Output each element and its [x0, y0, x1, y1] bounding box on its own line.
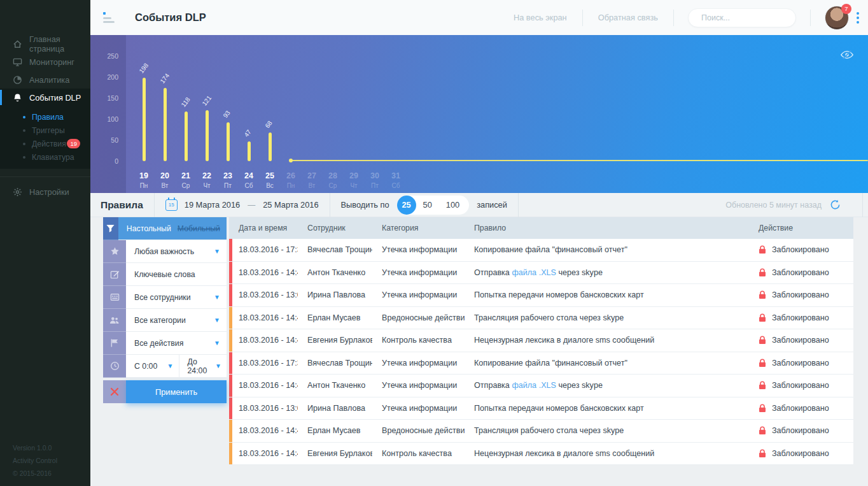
- sidebar-subitem-actions[interactable]: Действия 19: [0, 137, 90, 150]
- page-size-option-100[interactable]: 100: [439, 200, 466, 210]
- badge-grid-icon[interactable]: [103, 286, 126, 309]
- keywords-input[interactable]: Ключевые слова: [126, 263, 227, 286]
- sidebar-item-monitoring[interactable]: Мониторинг: [0, 53, 90, 71]
- refresh-icon[interactable]: [829, 199, 841, 211]
- edit-icon[interactable]: [103, 263, 126, 286]
- rule-cell: Попытка передачи номеров бансковских кар…: [465, 290, 749, 299]
- x-axis-weekday-label: Пт: [217, 182, 239, 189]
- table-row[interactable]: 18.03.2016 - 14:42Ерлан МусаевВредоносны…: [229, 307, 853, 330]
- star-icon[interactable]: [103, 240, 126, 263]
- column-header-datetime: Дата и время: [229, 224, 298, 232]
- apply-button[interactable]: Применить: [126, 380, 227, 403]
- list-title: Правила: [101, 199, 143, 211]
- sidebar-subitem-triggers[interactable]: Триггеры: [0, 124, 90, 137]
- date-to[interactable]: 25 Марта 2016: [263, 200, 318, 210]
- actions-count-badge: 19: [67, 139, 80, 148]
- severity-stripe: [229, 262, 232, 284]
- sidebar-item-settings[interactable]: Настройки: [0, 182, 90, 201]
- people-icon[interactable]: [103, 309, 126, 332]
- funnel-icon[interactable]: [103, 217, 118, 240]
- sidebar-subitem-keyboard[interactable]: Клавиатура: [0, 150, 90, 164]
- table-row[interactable]: 18.03.2016 - 13:03Ирина ПавловаУтечка ин…: [229, 284, 853, 307]
- time-range: С 0:00 ▼ До 24:00 ▼: [126, 355, 227, 378]
- filter-actions-row: Все действия ▼: [103, 332, 227, 355]
- x-axis-weekday-label: Ср: [322, 182, 344, 189]
- datetime-cell: 18.03.2016 - 14:42: [229, 381, 298, 390]
- monitor-icon: [13, 57, 22, 67]
- chart-bar: [227, 122, 230, 161]
- eye-off-icon[interactable]: [840, 48, 854, 64]
- sidebar-settings-section: Настройки: [0, 176, 90, 201]
- rule-link[interactable]: файла .XLS: [512, 268, 556, 277]
- time-to-select[interactable]: До 24:00 ▼: [179, 355, 227, 377]
- table-row[interactable]: 18.03.2016 - 14:42Ерлан МусаевВредоносны…: [229, 420, 853, 443]
- table-row[interactable]: 18.03.2016 - 13:03Ирина ПавловаУтечка ин…: [229, 397, 853, 420]
- device-desktop-option[interactable]: Настольный: [127, 224, 171, 233]
- bar-value-label: 68: [263, 119, 274, 129]
- table-row[interactable]: 18.03.2016 - 14:42Антон ТкаченкоУтечка и…: [229, 375, 853, 397]
- feedback-button[interactable]: Обратная связь: [583, 13, 673, 22]
- column-header-category: Категория: [372, 224, 465, 232]
- action-label: Заблокировано: [772, 336, 829, 345]
- bar-value-label: 121: [200, 94, 213, 107]
- filter-importance-row: Любая важность ▼: [103, 240, 227, 263]
- actions-select[interactable]: Все действия ▼: [126, 332, 227, 355]
- menu-toggle-icon[interactable]: [103, 12, 115, 23]
- lock-icon: [759, 290, 766, 299]
- action-label: Заблокировано: [772, 359, 829, 368]
- actions-value: Все действия: [134, 339, 183, 348]
- chevron-down-icon: ▼: [167, 362, 174, 369]
- datetime-cell: 18.03.2016 - 17:37: [229, 359, 298, 368]
- datetime-cell: 18.03.2016 - 13:03: [229, 290, 298, 299]
- rule-text: Нецензурная лексика в диалоге sms сообще…: [474, 336, 654, 345]
- table-row[interactable]: 18.03.2016 - 14:42Антон ТкаченкоУтечка и…: [229, 262, 853, 285]
- search-box[interactable]: [688, 8, 796, 27]
- sidebar-item-home[interactable]: Главная страница: [0, 35, 90, 53]
- employees-value: Все сотрудники: [134, 293, 191, 302]
- table-row[interactable]: 18.03.2016 - 17:37Вячеслав ТрощинУтечка …: [229, 239, 853, 262]
- copyright-text: © 2015-2016: [13, 467, 57, 480]
- kebab-menu-icon[interactable]: [857, 12, 859, 24]
- rule-link[interactable]: файла .XLS: [512, 381, 556, 390]
- sidebar-item-label: Главная страница: [29, 34, 90, 54]
- sidebar-subitem-label: Действия: [32, 139, 66, 148]
- clock-icon[interactable]: [103, 355, 126, 378]
- filter-employees-row: Все сотрудники ▼: [103, 286, 227, 309]
- x-axis-day-label: 21: [175, 171, 197, 180]
- filter-panel: Настольный Мобильный Любая важность ▼ Кл…: [103, 217, 227, 403]
- device-mobile-option[interactable]: Мобильный: [178, 224, 220, 233]
- calendar-icon[interactable]: 15: [165, 199, 178, 211]
- table-row[interactable]: 18.03.2016 - 14:42Евгения БурлаковаКонтр…: [229, 443, 853, 466]
- categories-select[interactable]: Все категории ▼: [126, 309, 227, 332]
- table-row[interactable]: 18.03.2016 - 17:37Вячеслав ТрощинУтечка …: [229, 352, 853, 375]
- employee-cell: Ирина Павлова: [298, 404, 372, 413]
- search-input[interactable]: [701, 13, 804, 22]
- category-cell: Утечка информации: [372, 290, 465, 299]
- sidebar-item-analytics[interactable]: Аналитика: [0, 71, 90, 89]
- importance-select[interactable]: Любая важность ▼: [126, 240, 227, 263]
- flag-icon[interactable]: [103, 332, 126, 355]
- bar-value-label: 174: [158, 72, 171, 85]
- category-cell: Утечка информации: [372, 404, 465, 413]
- page-size-option-50[interactable]: 50: [416, 200, 439, 210]
- user-avatar[interactable]: 7: [825, 6, 849, 30]
- employee-cell: Евгения Бурлакова: [298, 449, 372, 458]
- sidebar-subitem-label: Триггеры: [32, 126, 65, 135]
- divider: [154, 193, 155, 217]
- fullscreen-button[interactable]: На весь экран: [498, 13, 582, 22]
- divider: [810, 10, 811, 26]
- clear-filters-icon[interactable]: [103, 380, 126, 403]
- severity-stripe: [229, 420, 232, 442]
- date-from[interactable]: 19 Марта 2016: [185, 200, 240, 210]
- page-size-option-25[interactable]: 25: [397, 196, 416, 215]
- time-to-value: До 24:00: [188, 357, 216, 375]
- table-row[interactable]: 18.03.2016 - 14:42Евгения БурлаковаКонтр…: [229, 329, 853, 352]
- employees-select[interactable]: Все сотрудники ▼: [126, 286, 227, 309]
- time-from-select[interactable]: С 0:00 ▼: [126, 355, 179, 377]
- filter-device-row: Настольный Мобильный: [103, 217, 227, 240]
- rule-text: Нецензурная лексика в диалоге sms сообще…: [474, 449, 654, 458]
- sidebar-subitem-rules[interactable]: Правила: [0, 110, 90, 124]
- sidebar-item-dlp-events[interactable]: События DLP: [0, 89, 90, 106]
- x-axis-weekday-label: Пт: [364, 182, 386, 189]
- x-axis-weekday-label: Вт: [301, 182, 323, 189]
